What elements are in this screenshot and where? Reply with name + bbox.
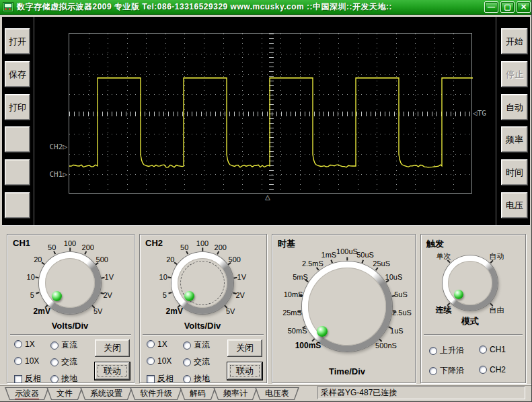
ch2-option-反相[interactable]: 反相 [147,373,174,385]
ch2-option-接地[interactable]: 接地 [183,373,210,385]
ch1-waveform [69,34,473,194]
trigger-unit-label: 模式 [461,315,479,327]
tab-label-5: 解码 [190,389,206,399]
right-button-1[interactable]: 开始 [501,28,528,54]
left-button-empty-4[interactable] [5,126,30,153]
left-button-1[interactable]: 打开 [5,28,30,54]
left-button-3[interactable]: 打印 [5,94,30,120]
ch1-button-link[interactable]: 联动 [95,362,130,380]
ch1-scale-200: 200 [82,243,94,251]
trigger-knob-face[interactable] [448,261,492,305]
ch1-knob-indicator[interactable] [52,291,62,301]
tab-7[interactable]: 电压表 [255,387,299,400]
minimize-button[interactable]: — [484,1,498,13]
ch2-separator [143,334,264,335]
ch2-marker[interactable]: CH2▷ [42,143,67,151]
tab-surface-2[interactable]: 文件 [47,388,82,399]
ch2-option-交流[interactable]: 交流 [183,356,210,368]
ch2-button-close[interactable]: 关闭 [227,339,262,357]
ch1-radio-1X[interactable] [14,340,22,348]
tab-1-active[interactable]: 示波器 [5,387,49,400]
ch1-option-接地[interactable]: 接地 [50,373,77,385]
ch2-radio-直流[interactable] [183,341,191,350]
bezel-bottom-edge [2,225,530,226]
ch1-radio-接地[interactable] [50,375,59,383]
trigger-radio-上升沿[interactable] [429,347,437,355]
ch1-marker[interactable]: CH1▷ [42,171,67,179]
ch1-option-直流[interactable]: 直流 [50,339,77,351]
timebase-scale-2.5mS: 2.5mS [302,259,324,268]
ch1-radio-交流[interactable] [50,358,59,366]
ch1-option-反相[interactable]: 反相 [14,373,41,385]
left-button-empty-5[interactable] [5,159,30,186]
tg-marker[interactable]: ◁TG [473,110,486,118]
tab-2[interactable]: 文件 [46,387,83,400]
tab-surface-7[interactable]: 电压表 [256,388,299,399]
ch2-scale-5: 5 [163,291,167,299]
tab-surface-3[interactable]: 系统设置 [81,388,132,399]
left-button-2[interactable]: 保存 [5,61,30,87]
trigger-scale-单次: 单次 [436,251,451,262]
right-button-6[interactable]: 电压 [501,192,528,218]
ch2-tick [202,248,203,251]
ch1-scale-100: 100 [64,239,76,247]
ch1-option-1X[interactable]: 1X [14,339,35,349]
ch2-scale-10: 10 [159,273,167,281]
trigger-option-CH1[interactable]: CH1 [479,345,506,354]
trigger-knob-indicator[interactable] [454,290,463,299]
tab-label-7: 电压表 [265,389,289,399]
ch2-radio-10X[interactable] [147,357,155,365]
tab-surface-1[interactable]: 示波器 [5,388,48,399]
ch1-radio-直流[interactable] [50,341,59,350]
ch2-option-1X[interactable]: 1X [147,339,167,349]
timebase-scale-500nS: 500nS [375,341,397,350]
ch2-radio-接地[interactable] [183,375,191,383]
right-button-3[interactable]: 自动 [501,94,528,120]
timebase-knob-indicator[interactable] [317,326,328,337]
tab-6[interactable]: 频率计 [213,387,258,400]
ch1-scale-1V: 1V [105,273,114,281]
trigger-radio-CH1[interactable] [479,346,487,354]
scope-display [69,33,472,194]
ch2-option-10X[interactable]: 10X [147,356,172,366]
ch2-option-直流[interactable]: 直流 [183,339,210,351]
timebase-unit-label: Time/Div [329,366,365,376]
close-window-button[interactable]: ✕ [517,1,531,13]
trigger-radio-CH2[interactable] [479,366,487,374]
ch2-radio-交流[interactable] [183,358,191,366]
ch1-option-交流[interactable]: 交流 [50,356,77,368]
tab-5[interactable]: 解码 [180,387,216,400]
left-button-empty-6[interactable] [5,192,30,218]
timebase-scale-25mS: 25mS [282,309,302,317]
trigger-option-上升沿[interactable]: 上升沿 [429,345,464,356]
right-button-4[interactable]: 频率 [501,126,528,153]
trigger-radio-下降沿[interactable] [429,367,437,375]
ch2-option-label-10X: 10X [157,356,172,366]
ch1-tick [41,262,44,265]
ch1-checkbox-反相[interactable] [14,375,22,383]
tab-surface-6[interactable]: 频率计 [214,388,257,399]
trigger-option-下降沿[interactable]: 下降沿 [429,365,464,376]
ch1-scale-2mV: 2mV [34,307,50,316]
ch2-knob-indicator[interactable] [184,291,194,301]
tab-4[interactable]: 软件升级 [130,387,182,400]
right-button-5[interactable]: 时间 [501,159,528,186]
ch2-radio-1X[interactable] [147,340,155,348]
ch1-radio-10X[interactable] [14,357,22,365]
ch1-separator [10,334,131,335]
ch1-knob-face[interactable] [45,258,95,308]
ch1-button-close[interactable]: 关闭 [95,339,130,357]
tab-3[interactable]: 系统设置 [80,387,132,400]
trigger-option-CH2[interactable]: CH2 [479,365,506,374]
ch2-tick [217,251,219,255]
window-title: 数字存储虚拟示波器2009 专业版 Tel:086-13316529329 ww… [17,1,392,13]
trigger-option-label-CH2: CH2 [490,365,506,374]
tab-surface-4[interactable]: 软件升级 [130,388,182,399]
ch2-button-link[interactable]: 联动 [227,362,262,380]
ch1-option-10X[interactable]: 10X [14,356,39,366]
tab-surface-5[interactable]: 解码 [180,388,215,399]
maximize-button[interactable]: ▢ [500,1,515,13]
trigger-position-marker[interactable]: △ [265,193,270,201]
ch1-tick [53,251,56,255]
ch2-checkbox-反相[interactable] [147,375,155,383]
